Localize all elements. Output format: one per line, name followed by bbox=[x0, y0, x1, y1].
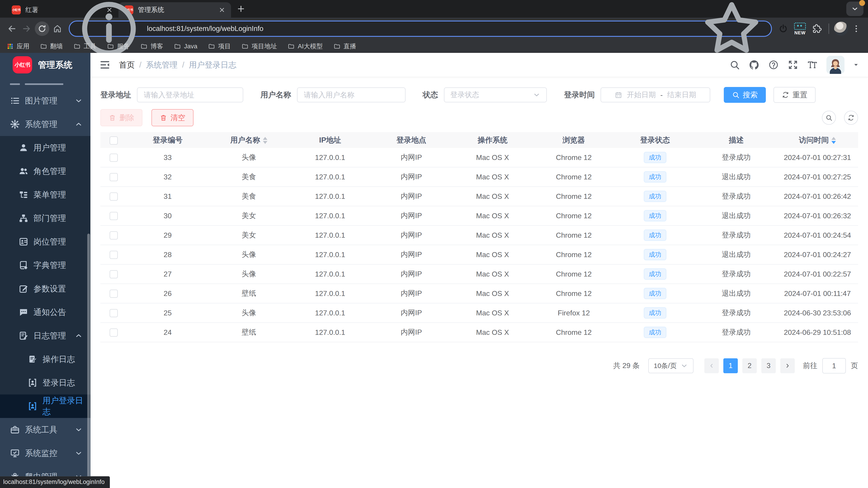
row-checkbox[interactable] bbox=[110, 251, 118, 259]
goto-page-input[interactable]: 1 bbox=[822, 358, 846, 373]
bookmark-item[interactable]: 应用 bbox=[7, 42, 29, 51]
browser-toolbar: localhost:81/system/log/webLoginInfo NEW bbox=[0, 18, 868, 40]
breadcrumb: 首页/系统管理/用户登录日志 bbox=[119, 60, 236, 70]
question-icon[interactable] bbox=[768, 59, 779, 70]
status-select[interactable]: 登录状态 bbox=[444, 88, 547, 102]
cell-id: 32 bbox=[127, 167, 208, 187]
next-page-button[interactable] bbox=[780, 358, 795, 373]
sidebar-item-系统监控[interactable]: 系统监控 bbox=[0, 442, 90, 465]
github-icon[interactable] bbox=[749, 59, 760, 70]
sidebar-item-用户登录日志[interactable]: 用户登录日志 bbox=[0, 394, 90, 418]
sidebar-item-菜单管理[interactable]: 菜单管理 bbox=[0, 183, 90, 206]
bookmark-label: 项目地址 bbox=[252, 42, 277, 51]
sidebar-item-日志管理[interactable]: 日志管理 bbox=[0, 324, 90, 348]
address-input-field[interactable] bbox=[143, 91, 237, 99]
browser-menu-kebab-icon[interactable] bbox=[849, 22, 863, 35]
chevron-up-icon bbox=[74, 120, 83, 128]
sidebar-item-通知公告[interactable]: 通知公告 bbox=[0, 300, 90, 324]
sidebar-item-字典管理[interactable]: 字典管理 bbox=[0, 254, 90, 277]
back-button[interactable] bbox=[5, 22, 19, 35]
caret-down-icon[interactable] bbox=[853, 62, 859, 68]
tab-search-button[interactable] bbox=[846, 2, 864, 16]
row-checkbox[interactable] bbox=[110, 193, 118, 201]
cell-os: Mac OS X bbox=[452, 284, 533, 303]
page-button-3[interactable]: 3 bbox=[761, 358, 776, 373]
sidebar-item-角色管理[interactable]: 角色管理 bbox=[0, 160, 90, 183]
sidebar-item-系统工具[interactable]: 系统工具 bbox=[0, 418, 90, 442]
sort-carets[interactable] bbox=[263, 137, 268, 144]
cell-browser: Chrome 12 bbox=[533, 284, 614, 303]
row-checkbox[interactable] bbox=[110, 328, 118, 337]
forward-button[interactable] bbox=[20, 22, 33, 35]
address-input[interactable] bbox=[137, 88, 243, 102]
page-size-select[interactable]: 10条/页 bbox=[648, 358, 693, 373]
column-header[interactable]: 用户名称 bbox=[208, 132, 289, 148]
page-button-2[interactable]: 2 bbox=[742, 358, 757, 373]
tab-close-icon[interactable] bbox=[217, 5, 226, 14]
sidebar-item-label: 系统监控 bbox=[25, 448, 57, 459]
bookmark-item[interactable]: 项目地址 bbox=[242, 42, 277, 51]
sidebar-scrollbar[interactable] bbox=[87, 234, 90, 487]
cell-location: 内网IP bbox=[371, 225, 452, 245]
date-range-picker[interactable]: 开始日期 - 结束日期 bbox=[600, 88, 710, 102]
row-checkbox[interactable] bbox=[110, 212, 118, 220]
bookmark-item[interactable]: 翻墙 bbox=[40, 42, 63, 51]
sort-carets[interactable] bbox=[831, 137, 836, 144]
url-text[interactable]: localhost:81/system/log/webLoginInfo bbox=[147, 25, 694, 33]
extensions-puzzle-icon[interactable] bbox=[810, 22, 824, 35]
sidebar-item-用户管理[interactable]: 用户管理 bbox=[0, 136, 90, 160]
show-search-button[interactable] bbox=[822, 111, 836, 125]
textsize-icon[interactable] bbox=[807, 59, 818, 70]
new-tab-button[interactable] bbox=[235, 2, 247, 15]
extension-power-icon[interactable] bbox=[776, 22, 790, 35]
breadcrumb-item[interactable]: 首页 bbox=[119, 60, 135, 70]
cell-id: 30 bbox=[127, 206, 208, 225]
prev-page-button[interactable] bbox=[704, 358, 719, 373]
sidebar-item-参数设置[interactable]: 参数设置 bbox=[0, 277, 90, 300]
browser-profile-avatar[interactable] bbox=[834, 22, 848, 36]
bookmark-item[interactable]: 服务 bbox=[107, 42, 130, 51]
sidebar-item-系统管理[interactable]: 系统管理 bbox=[0, 112, 90, 136]
row-checkbox[interactable] bbox=[110, 270, 118, 278]
row-checkbox[interactable] bbox=[110, 309, 118, 317]
refresh-table-button[interactable] bbox=[844, 111, 858, 125]
bookmark-item[interactable]: 工具 bbox=[74, 42, 96, 51]
bookmark-label: 工具 bbox=[84, 42, 96, 51]
badge-icon bbox=[19, 237, 29, 247]
expand-icon[interactable] bbox=[787, 59, 798, 70]
home-button[interactable] bbox=[51, 22, 64, 35]
search-icon[interactable] bbox=[729, 59, 740, 70]
date-end-placeholder: 结束日期 bbox=[667, 90, 696, 100]
clear-button[interactable]: 清空 bbox=[151, 109, 193, 126]
row-checkbox[interactable] bbox=[110, 290, 118, 298]
bookmark-item[interactable]: AI大模型 bbox=[288, 42, 322, 51]
sidebar-item-操作日志[interactable]: 操作日志 bbox=[0, 348, 90, 371]
select-all-checkbox[interactable] bbox=[110, 136, 118, 144]
sidebar-item-图片管理[interactable]: 图片管理 bbox=[0, 89, 90, 112]
row-checkbox[interactable] bbox=[110, 173, 118, 181]
bookmark-item[interactable]: 项目 bbox=[208, 42, 231, 51]
toolbox-icon bbox=[10, 425, 20, 435]
bookmark-item[interactable]: 直播 bbox=[334, 42, 356, 51]
sidebar-collapse-icon[interactable] bbox=[99, 59, 110, 70]
user-avatar[interactable] bbox=[827, 56, 844, 74]
breadcrumb-item[interactable]: 用户登录日志 bbox=[189, 60, 236, 70]
search-button[interactable]: 搜索 bbox=[724, 87, 766, 103]
bookmark-item[interactable]: Java bbox=[174, 43, 197, 50]
sidebar-item-部门管理[interactable]: 部门管理 bbox=[0, 206, 90, 230]
reset-button[interactable]: 重置 bbox=[774, 87, 815, 103]
username-input[interactable] bbox=[297, 88, 405, 102]
page-button-1[interactable]: 1 bbox=[723, 358, 738, 373]
delete-button[interactable]: 删除 bbox=[100, 109, 143, 126]
reload-button[interactable] bbox=[35, 22, 49, 36]
username-input-field[interactable] bbox=[303, 91, 399, 99]
sidebar-item-岗位管理[interactable]: 岗位管理 bbox=[0, 230, 90, 254]
column-header[interactable]: 访问时间 bbox=[777, 132, 858, 148]
row-checkbox[interactable] bbox=[110, 154, 118, 162]
address-bar[interactable]: localhost:81/system/log/webLoginInfo bbox=[69, 21, 772, 37]
breadcrumb-item[interactable]: 系统管理 bbox=[146, 60, 178, 70]
sidebar-item-登录日志[interactable]: 登录日志 bbox=[0, 371, 90, 394]
bookmark-item[interactable]: 博客 bbox=[141, 42, 163, 51]
row-checkbox[interactable] bbox=[110, 231, 118, 239]
extension-new-icon[interactable]: NEW bbox=[794, 23, 806, 35]
